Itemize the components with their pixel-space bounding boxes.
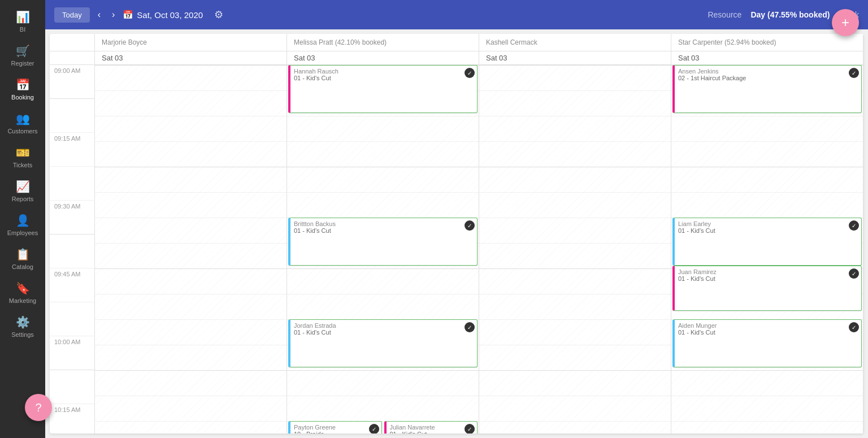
- appointment-service: 01 - Kid's Cut: [678, 275, 858, 282]
- appointment-service: 02 - 1st Haircut Package: [678, 75, 858, 81]
- appointment-checked-icon: ✓: [465, 68, 475, 78]
- sidebar-item-employees[interactable]: 👤 Employees: [0, 208, 45, 242]
- time-gutter-header: [50, 34, 95, 51]
- time-slot: [50, 99, 94, 133]
- date-cell-2: Sat 03: [287, 51, 479, 64]
- grid-area: 09:00 AM09:15 AM09:30 AM09:45 AM10:00 AM…: [50, 65, 863, 433]
- share-icon[interactable]: ⚙: [214, 8, 223, 21]
- booking-icon: 📅: [16, 78, 30, 92]
- current-date: 📅 Sat, Oct 03, 2020: [123, 10, 203, 20]
- appointment-block[interactable]: Brittton Backus01 - Kid's Cut✓: [288, 218, 478, 266]
- time-slot: 09:00 AM: [50, 65, 94, 99]
- calendar-icon: 📅: [123, 10, 133, 20]
- appointment-block[interactable]: Payton Greene10 - Braids✓: [288, 421, 382, 433]
- catalog-icon: 📋: [16, 248, 30, 261]
- sidebar-item-booking[interactable]: 📅 Booking: [0, 72, 45, 106]
- today-button[interactable]: Today: [54, 7, 90, 23]
- appointment-checked-icon: ✓: [465, 220, 475, 231]
- appointment-block[interactable]: Jordan Estrada01 - Kid's Cut✓: [288, 319, 478, 367]
- sidebar-item-settings[interactable]: ⚙️ Settings: [0, 310, 45, 344]
- sidebar-item-catalog[interactable]: 📋 Catalog: [0, 242, 45, 276]
- sidebar-item-marketing[interactable]: 🔖 Marketing: [0, 276, 45, 310]
- time-gutter-date: [50, 51, 95, 64]
- time-slot: 09:45 AM: [50, 268, 94, 302]
- time-slot: 10:00 AM: [50, 336, 94, 370]
- settings-icon: ⚙️: [16, 315, 30, 329]
- resource-name-4: Star Carpenter (52.94% booked): [678, 38, 856, 46]
- tickets-icon: 🎫: [16, 146, 30, 159]
- calendar-header: Today ‹ › 📅 Sat, Oct 03, 2020 ⚙ Resource…: [45, 0, 868, 29]
- time-slot: 09:30 AM: [50, 201, 94, 235]
- time-slot: 10:15 AM: [50, 404, 94, 433]
- customers-icon: 👥: [16, 112, 30, 125]
- main-area: Today ‹ › 📅 Sat, Oct 03, 2020 ⚙ Resource…: [45, 0, 868, 438]
- appointment-service: 01 - Kid's Cut: [390, 431, 474, 433]
- add-fab[interactable]: +: [832, 9, 859, 36]
- appointment-service: 01 - Kid's Cut: [294, 75, 474, 81]
- time-slot: 09:15 AM: [50, 133, 94, 167]
- date-cell-1: Sat 03: [95, 51, 287, 64]
- sidebar-item-customers[interactable]: 👥 Customers: [0, 106, 45, 140]
- appointment-service: 01 - Kid's Cut: [294, 329, 474, 336]
- resource-col-4: Star Carpenter (52.94% booked): [671, 34, 863, 51]
- bi-icon: 📊: [16, 10, 30, 24]
- time-slot: [50, 167, 94, 201]
- appointment-checked-icon: ✓: [465, 322, 475, 332]
- appointment-block[interactable]: Aiden Munger01 - Kid's Cut✓: [672, 319, 862, 367]
- appointment-customer-name: Brittton Backus: [294, 220, 474, 227]
- appointment-block[interactable]: Julian Navarrete01 - Kid's Cut✓: [384, 421, 478, 433]
- calendar-container: Marjorie Boyce Melissa Pratt (42.10% boo…: [50, 34, 863, 433]
- appointment-checked-icon: ✓: [369, 424, 379, 433]
- appointment-customer-name: Ansen Jenkins: [678, 68, 858, 75]
- appointment-service: 01 - Kid's Cut: [294, 227, 474, 234]
- appointment-customer-name: Aiden Munger: [678, 322, 858, 329]
- sidebar-item-reports[interactable]: 📈 Reports: [0, 174, 45, 208]
- next-button[interactable]: ›: [108, 7, 118, 22]
- day-view-button[interactable]: Day (47.55% booked): [750, 10, 830, 19]
- help-fab[interactable]: ?: [25, 394, 52, 421]
- date-cell-4: Sat 03: [671, 51, 863, 64]
- resource-name-1: Marjorie Boyce: [102, 38, 280, 46]
- resource-col-3: Kashell Cermack: [479, 34, 671, 51]
- appointment-block[interactable]: Ansen Jenkins02 - 1st Haircut Package✓: [672, 65, 862, 113]
- sidebar-item-register[interactable]: 🛒 Register: [0, 38, 45, 72]
- sidebar: 📊 BI 🛒 Register 📅 Booking 👥 Customers 🎫 …: [0, 0, 45, 438]
- resource-grid-col-2[interactable]: Hannah Rausch01 - Kid's Cut✓Brittton Bac…: [287, 65, 479, 433]
- resource-grid-col-1[interactable]: [95, 65, 287, 433]
- employees-icon: 👤: [16, 214, 30, 227]
- time-slot: [50, 235, 94, 268]
- resource-name-2: Melissa Pratt (42.10% booked): [294, 38, 472, 46]
- appointment-customer-name: Payton Greene: [294, 424, 378, 431]
- resource-col-1: Marjorie Boyce: [95, 34, 287, 51]
- time-slot: [50, 370, 94, 404]
- register-icon: 🛒: [16, 44, 30, 58]
- sidebar-item-bi[interactable]: 📊 BI: [0, 5, 45, 38]
- resource-grid-col-3[interactable]: [479, 65, 671, 433]
- marketing-icon: 🔖: [16, 281, 30, 295]
- resource-view-button[interactable]: Resource: [708, 10, 741, 19]
- appointment-service: 01 - Kid's Cut: [678, 329, 858, 336]
- appointment-customer-name: Julian Navarrete: [390, 424, 474, 431]
- resource-name-3: Kashell Cermack: [486, 38, 664, 46]
- appointment-block[interactable]: Liam Earley01 - Kid's Cut✓: [672, 218, 862, 266]
- appointment-customer-name: Liam Earley: [678, 220, 858, 227]
- resource-header-row: Marjorie Boyce Melissa Pratt (42.10% boo…: [50, 34, 863, 51]
- appointment-customer-name: Jordan Estrada: [294, 322, 474, 329]
- appointment-checked-icon: ✓: [849, 268, 859, 279]
- appointment-block[interactable]: Hannah Rausch01 - Kid's Cut✓: [288, 65, 478, 113]
- appointment-customer-name: Hannah Rausch: [294, 68, 474, 75]
- appointment-checked-icon: ✓: [849, 220, 859, 231]
- date-header-row: Sat 03 Sat 03 Sat 03 Sat 03: [50, 51, 863, 65]
- date-cell-3: Sat 03: [479, 51, 671, 64]
- appointment-service: 10 - Braids: [294, 431, 378, 433]
- resource-col-2: Melissa Pratt (42.10% booked): [287, 34, 479, 51]
- prev-button[interactable]: ‹: [94, 7, 104, 22]
- appointment-checked-icon: ✓: [465, 424, 475, 433]
- appointment-block[interactable]: Juan Ramirez01 - Kid's Cut✓: [672, 266, 862, 311]
- time-column: 09:00 AM09:15 AM09:30 AM09:45 AM10:00 AM…: [50, 65, 95, 433]
- appointment-service: 01 - Kid's Cut: [678, 227, 858, 234]
- sidebar-item-tickets[interactable]: 🎫 Tickets: [0, 140, 45, 174]
- resource-grid-cols: Hannah Rausch01 - Kid's Cut✓Brittton Bac…: [95, 65, 863, 433]
- time-slot: [50, 302, 94, 336]
- resource-grid-col-4[interactable]: Ansen Jenkins02 - 1st Haircut Package✓Li…: [671, 65, 863, 433]
